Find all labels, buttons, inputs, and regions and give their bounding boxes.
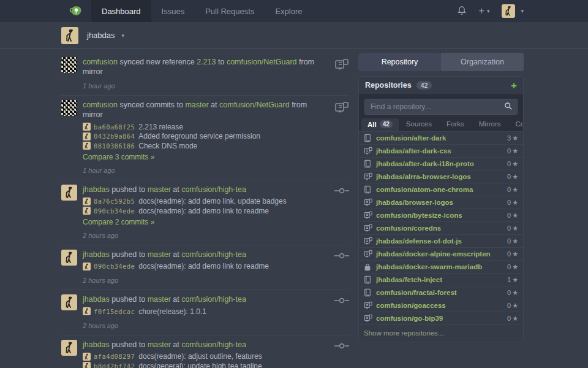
feed-link[interactable]: jhabdas xyxy=(83,250,110,259)
compare-commits-link[interactable]: Compare 2 commits » xyxy=(83,218,154,226)
commit-list: ba60a68f252.213 release0432b9a864Added f… xyxy=(83,122,328,151)
repo-name-link[interactable]: jhabdas/fetch-inject xyxy=(376,276,442,283)
feed-link[interactable]: 2.213 xyxy=(197,58,216,66)
repo-name-link[interactable]: jhabdas/alrra-browser-logos xyxy=(376,173,471,180)
feed-item-title: jhabdas pushed to master at comfusion/hi… xyxy=(83,250,328,259)
repo-name-link[interactable]: comfusion/bytesize-icons xyxy=(376,212,462,219)
feed-text: pushed to xyxy=(110,340,148,349)
repo-icon xyxy=(364,185,374,194)
star-icon: ★ xyxy=(512,276,518,284)
feed-text: pushed to xyxy=(110,295,148,304)
feed-link[interactable]: jhabdas xyxy=(83,185,110,194)
feed-item-timestamp: 1 hour ago xyxy=(83,82,328,90)
feed-link[interactable]: master xyxy=(148,295,171,304)
repo-star-count: 0★ xyxy=(507,250,518,258)
committer-avatar xyxy=(83,197,91,205)
repo-star-count: 0★ xyxy=(507,173,518,181)
feed-link[interactable]: jhabdas xyxy=(83,340,110,349)
feed-text: synced commits to xyxy=(118,101,185,109)
repo-name-link[interactable]: comfusion/after-dark xyxy=(376,134,446,142)
notifications-bell-icon[interactable] xyxy=(457,6,467,17)
feed-link[interactable]: comfusion/NetGuard xyxy=(219,101,290,109)
mirror-icon xyxy=(364,172,374,181)
filter-all[interactable]: All42 xyxy=(361,118,399,131)
repo-name-link[interactable]: jhabdas/docker-alpine-emscripten xyxy=(376,250,491,258)
repo-icon xyxy=(364,275,374,284)
nav-item-pull-requests[interactable]: Pull Requests xyxy=(195,0,265,22)
feed-link[interactable]: comfusion/high-tea xyxy=(181,185,246,194)
feed-link[interactable]: comfusion/high-tea xyxy=(181,340,246,349)
nav-item-issues[interactable]: Issues xyxy=(151,0,195,22)
commit-sha-link[interactable]: b8d42bf742 xyxy=(94,362,135,368)
mirror-icon xyxy=(364,211,374,220)
context-user-switcher[interactable]: jhabdas ▾ xyxy=(61,27,124,44)
commit-sha-link[interactable]: f0f15edcac xyxy=(94,308,135,315)
star-count: 0 xyxy=(507,186,511,193)
commit-sha-link[interactable]: 090cb34ede xyxy=(94,207,135,215)
feed-link[interactable]: master xyxy=(148,340,171,349)
repo-icon xyxy=(364,134,374,142)
tab-repository[interactable]: Repository xyxy=(358,53,441,71)
nav-item-dashboard[interactable]: Dashboard xyxy=(91,0,151,22)
feed-link[interactable]: jhabdas xyxy=(83,295,110,304)
chevron-down-icon: ▾ xyxy=(487,8,490,14)
mirror-icon xyxy=(364,198,374,207)
repo-star-count: 0★ xyxy=(507,160,518,168)
feed-item-timestamp: 2 hours ago xyxy=(83,277,328,284)
show-more-repositories-link[interactable]: Show more repositories... xyxy=(364,329,443,337)
filter-collaborative[interactable]: Collaborative xyxy=(508,120,524,131)
feed-link[interactable]: comfusion/high-tea xyxy=(181,250,246,259)
user-menu-dropdown[interactable]: ▾ xyxy=(502,4,524,18)
repo-star-count: 0★ xyxy=(507,315,518,323)
feed-text: pushed to xyxy=(110,250,148,259)
commit-sha-link[interactable]: 0432b9a864 xyxy=(94,132,135,140)
repo-row: comfusion/after-dark3★ xyxy=(359,131,523,144)
repo-name-link[interactable]: comfusion/fractal-forest xyxy=(376,289,457,296)
feed-link[interactable]: master xyxy=(185,101,208,109)
context-username: jhabdas xyxy=(87,31,115,40)
feed-item-body: jhabdas pushed to master at comfusion/hi… xyxy=(83,340,328,368)
repo-name-link[interactable]: jhabdas/after-dark-i18n-proto xyxy=(376,160,474,167)
commit-sha-link[interactable]: 0810386186 xyxy=(94,142,135,150)
filter-mirrors[interactable]: Mirrors xyxy=(472,120,508,131)
create-new-dropdown[interactable]: + ▾ xyxy=(479,6,490,16)
compare-commits-link[interactable]: Compare 3 commits » xyxy=(83,153,154,161)
feed-link[interactable]: comfusion xyxy=(83,58,118,66)
new-repository-button[interactable]: + xyxy=(511,80,517,91)
repository-search-input[interactable] xyxy=(364,99,518,115)
repo-name-link[interactable]: jhabdas/defense-of-dot-js xyxy=(376,237,462,245)
repo-name-link[interactable]: jhabdas/browser-logos xyxy=(376,199,453,206)
feed-item-title: jhabdas pushed to master at comfusion/hi… xyxy=(83,340,328,350)
repo-name-link[interactable]: comfusion/goaccess xyxy=(376,302,446,309)
gitea-logo-icon[interactable] xyxy=(61,0,91,22)
commit-message: 2.213 release xyxy=(138,123,183,131)
repo-icon xyxy=(364,288,374,297)
repo-name-link[interactable]: jhabdas/docker-swarm-mariadb xyxy=(376,263,482,270)
feed-link[interactable]: master xyxy=(148,185,171,194)
feed-text: at xyxy=(171,185,181,194)
filter-sources[interactable]: Sources xyxy=(399,120,439,131)
filter-count-badge: 42 xyxy=(380,120,393,128)
filter-forks[interactable]: Forks xyxy=(439,120,472,131)
tab-organization[interactable]: Organization xyxy=(441,53,524,71)
commit-sha-link[interactable]: ba60a68f25 xyxy=(94,123,135,131)
feed-link[interactable]: comfusion/high-tea xyxy=(181,295,246,304)
commit-sha-link[interactable]: 8a76c592b5 xyxy=(94,197,135,205)
commit-sha-link[interactable]: afa4d08297 xyxy=(94,353,135,360)
feed-link[interactable]: comfusion xyxy=(83,101,118,109)
repo-name-link[interactable]: comfusion/atom-one-chroma xyxy=(376,186,473,193)
actor-avatar xyxy=(61,100,77,116)
repo-name-link[interactable]: comfusion/go-bip39 xyxy=(376,315,443,322)
repo-name-link[interactable]: jhabdas/after-dark-css xyxy=(376,147,451,155)
nav-item-explore[interactable]: Explore xyxy=(265,0,312,22)
commit-line: b8d42bf742docs(general): update high tea… xyxy=(83,361,328,368)
commit-sha-link[interactable]: 090cb34ede xyxy=(94,263,135,270)
commit-line: 090cb34ededocs(readme): add demo link to… xyxy=(83,262,328,272)
repo-name-link[interactable]: comfusion/coredns xyxy=(376,224,441,232)
feed-item-body: jhabdas pushed to master at comfusion/hi… xyxy=(83,294,328,329)
feed-link[interactable]: master xyxy=(148,250,171,259)
feed-link[interactable]: comfusion/NetGuard xyxy=(227,58,297,66)
feed-text: synced new reference xyxy=(118,58,197,66)
repository-list-box: Repositories 42 + All42SourcesForksMirro… xyxy=(358,76,524,342)
repositories-count-badge: 42 xyxy=(417,81,432,90)
